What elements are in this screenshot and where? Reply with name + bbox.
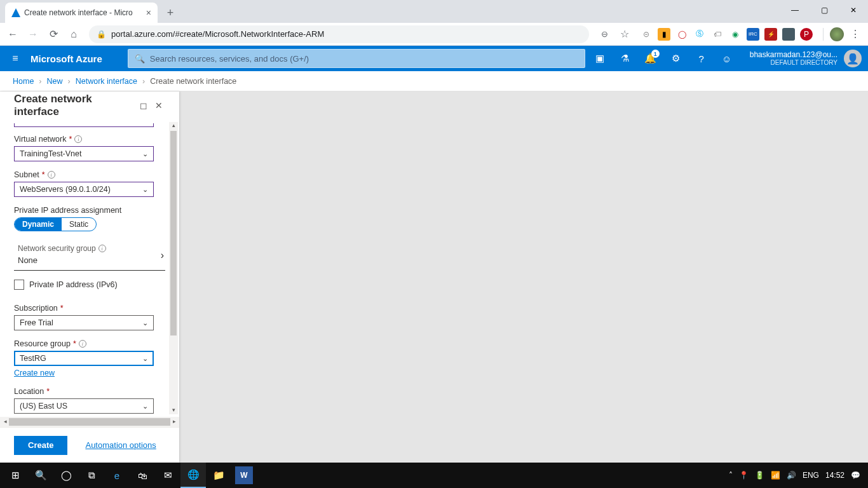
ext-icon[interactable]: IRC (747, 28, 759, 41)
subnet-dropdown[interactable]: WebServers (99.0.1.0/24) ⌄ (14, 182, 154, 197)
clock[interactable]: 14:52 (825, 471, 844, 480)
resource-group-dropdown[interactable]: TestRG ⌄ (14, 351, 154, 366)
window-minimize-button[interactable]: — (780, 0, 810, 20)
required-asterisk: * (73, 339, 76, 348)
toggle-static[interactable]: Static (62, 218, 96, 231)
settings-icon[interactable]: ⚙ (663, 46, 689, 71)
ext-icon[interactable]: ⊝ (640, 28, 653, 41)
scroll-down-icon[interactable]: ▾ (170, 407, 177, 414)
tray-chevron-icon[interactable]: ˄ (729, 471, 733, 480)
breadcrumb-network-interface[interactable]: Network interface (76, 77, 137, 86)
word-icon[interactable]: W (235, 466, 253, 484)
back-button[interactable]: ← (4, 25, 22, 43)
automation-options-link[interactable]: Automation options (85, 440, 156, 450)
info-icon[interactable]: i (48, 171, 55, 179)
breadcrumb-home[interactable]: Home (13, 77, 34, 86)
ext-icon[interactable]: Ⓢ (693, 28, 706, 41)
chrome-icon[interactable]: 🌐 (180, 463, 206, 488)
ext-icon[interactable] (782, 28, 795, 41)
lock-icon: 🔒 (97, 30, 106, 39)
user-avatar-icon[interactable]: 👤 (844, 50, 862, 67)
user-account[interactable]: bhaskarmadan.123@ou... DEFAULT DIRECTORY (740, 50, 844, 67)
create-new-link[interactable]: Create new (14, 369, 55, 377)
subscription-label: Subscription * (14, 304, 165, 313)
bookmark-star-icon[interactable]: ☆ (616, 25, 634, 43)
chevron-down-icon: ⌄ (142, 150, 148, 158)
vnet-dropdown[interactable]: TrainingTest-Vnet ⌄ (14, 146, 154, 161)
tab-close-icon[interactable]: × (146, 8, 151, 18)
scroll-thumb[interactable] (170, 131, 177, 336)
vertical-scrollbar[interactable]: ▴ ▾ (169, 122, 178, 414)
ext-icon[interactable]: 🏷 (711, 28, 724, 41)
notifications-icon[interactable]: 🔔1 (638, 46, 663, 71)
ext-icon[interactable]: P (800, 28, 813, 41)
ip-assignment-toggle: Dynamic Static (14, 217, 97, 231)
location-dropdown[interactable]: (US) East US ⌄ (14, 398, 154, 414)
scroll-up-icon[interactable]: ▴ (170, 122, 177, 130)
zoom-icon[interactable]: ⊖ (595, 25, 613, 43)
ext-icon[interactable]: ▮ (658, 28, 670, 41)
blade-restore-icon[interactable]: ◻ (136, 98, 151, 113)
chevron-right-icon: › (68, 77, 71, 86)
battery-icon[interactable]: 🔋 (755, 471, 764, 480)
create-button[interactable]: Create (14, 436, 67, 455)
forward-button[interactable]: → (24, 25, 42, 43)
ext-icon[interactable]: ◉ (729, 28, 742, 41)
blade-footer: Create Automation options (0, 427, 179, 463)
search-button[interactable]: 🔍 (28, 463, 53, 488)
cloud-shell-icon[interactable]: ▣ (587, 46, 613, 71)
horizontal-scrollbar[interactable]: ◂ ▸ (0, 417, 179, 427)
directory-filter-icon[interactable]: ⚗ (613, 46, 638, 71)
required-asterisk: * (46, 387, 50, 396)
azure-search-input[interactable]: 🔍 Search resources, services, and docs (… (128, 49, 585, 68)
breadcrumb-new[interactable]: New (47, 77, 63, 86)
help-icon[interactable]: ? (689, 46, 714, 71)
browser-tab[interactable]: Create network interface - Micro × (5, 3, 158, 23)
ipv6-checkbox[interactable] (14, 280, 24, 290)
ipv6-checkbox-row[interactable]: Private IP address (IPv6) (14, 280, 165, 290)
address-bar[interactable]: 🔒 portal.azure.com/#create/Microsoft.Net… (89, 25, 589, 43)
ext-icon[interactable]: ◯ (675, 28, 688, 41)
edge-icon[interactable]: e (104, 463, 130, 488)
chevron-down-icon: ⌄ (142, 186, 148, 194)
azure-brand[interactable]: Microsoft Azure (31, 53, 128, 64)
volume-icon[interactable]: 🔊 (787, 471, 796, 480)
dropdown-value: TestRG (20, 354, 46, 363)
name-input-partial[interactable] (14, 123, 154, 127)
tab-title: Create network interface - Micro (24, 8, 133, 17)
scroll-right-icon[interactable]: ▸ (170, 418, 178, 426)
subscription-dropdown[interactable]: Free Trial ⌄ (14, 315, 154, 330)
toggle-dynamic[interactable]: Dynamic (15, 218, 62, 231)
window-maximize-button[interactable]: ▢ (810, 0, 839, 20)
cortana-button[interactable]: ◯ (53, 463, 79, 488)
store-icon[interactable]: 🛍 (130, 463, 155, 488)
location-label: Location * (14, 387, 165, 396)
reload-button[interactable]: ⟳ (44, 25, 62, 43)
language-indicator[interactable]: ENG (803, 471, 819, 480)
new-tab-button[interactable]: + (161, 4, 179, 22)
start-button[interactable]: ⊞ (3, 463, 28, 488)
location-icon[interactable]: 📍 (739, 471, 749, 480)
profile-avatar[interactable] (830, 27, 844, 41)
rg-label: Resource group * i (14, 339, 165, 348)
action-center-icon[interactable]: 💬 (851, 471, 860, 480)
window-close-button[interactable]: ✕ (839, 0, 868, 20)
browser-menu-button[interactable]: ⋮ (846, 25, 864, 43)
feedback-icon[interactable]: ☺ (714, 46, 740, 71)
location-field: Location * (US) East US ⌄ (14, 387, 165, 414)
nsg-selector[interactable]: Network security group i None › (14, 240, 165, 271)
azure-header: ≡ Microsoft Azure 🔍 Search resources, se… (0, 46, 868, 71)
info-icon[interactable]: i (74, 135, 82, 143)
task-view-button[interactable]: ⧉ (79, 463, 104, 488)
info-icon[interactable]: i (79, 340, 86, 348)
ext-icon[interactable]: ⚡ (764, 28, 777, 41)
explorer-icon[interactable]: 📁 (206, 463, 231, 488)
blade-body: Virtual network * i TrainingTest-Vnet ⌄ … (0, 119, 179, 417)
home-button[interactable]: ⌂ (65, 25, 83, 43)
blade-close-icon[interactable]: ✕ (151, 98, 166, 113)
scroll-thumb[interactable] (9, 418, 170, 426)
wifi-icon[interactable]: 📶 (771, 471, 780, 480)
mail-icon[interactable]: ✉ (155, 463, 180, 488)
scroll-left-icon[interactable]: ◂ (1, 418, 9, 426)
portal-menu-button[interactable]: ≡ (0, 53, 31, 64)
